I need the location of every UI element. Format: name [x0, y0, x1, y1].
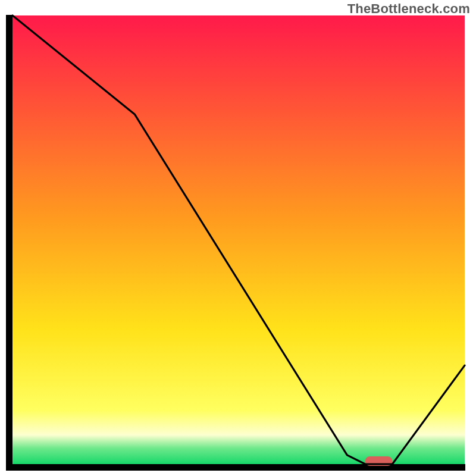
- x-axis: [6, 464, 465, 471]
- y-axis: [6, 15, 12, 471]
- chart-container: { "watermark": "TheBottleneck.com", "cha…: [0, 0, 476, 476]
- gradient-background: [12, 15, 465, 464]
- bottleneck-chart: [0, 0, 476, 476]
